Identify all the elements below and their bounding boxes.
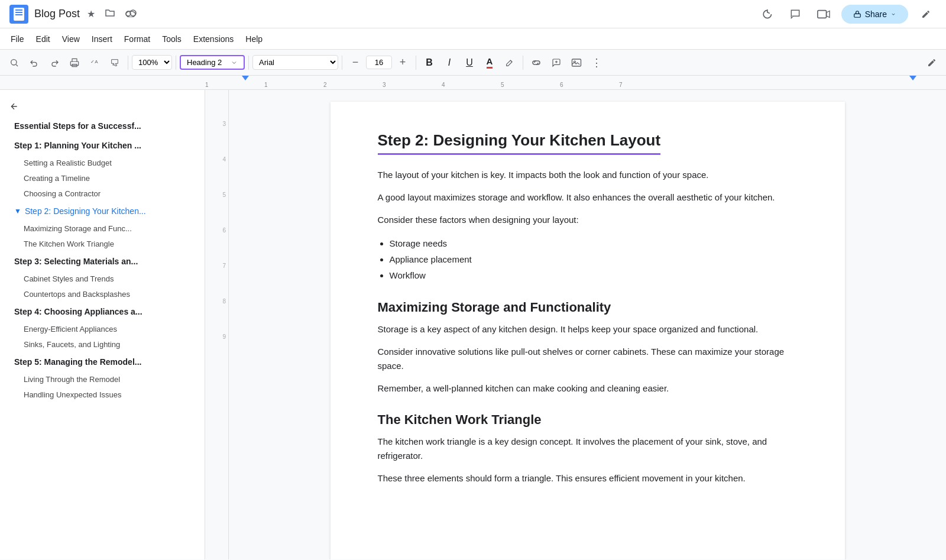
paint-format-icon[interactable] [105,53,124,72]
toolbar-separator-2 [176,56,176,70]
menu-tools[interactable]: Tools [156,32,187,46]
insert-image-icon[interactable] [567,53,586,72]
line-num-8: 8 [222,297,228,332]
menu-format[interactable]: Format [118,32,156,46]
sidebar-item-sinks[interactable]: Sinks, Faucets, and Lighting [5,337,200,352]
ruler-mark: 3 [383,82,386,88]
document-area[interactable]: Step 2: Designing Your Kitchen Layout Th… [229,90,946,559]
star-icon[interactable]: ★ [85,6,98,22]
link-icon[interactable] [527,53,546,72]
sidebar-item-storage[interactable]: Maximizing Storage and Func... [5,221,200,236]
doc-bullet-list: Storage needs Appliance placement Workfl… [390,235,798,283]
toc-sidebar: Essential Steps for a Successf... Step 1… [0,90,205,559]
spellcheck-icon[interactable]: ✓A [85,53,104,72]
redo-icon[interactable] [45,53,64,72]
doc-para-8[interactable]: These three elements should form a trian… [378,471,798,485]
sidebar-item-budget[interactable]: Setting a Realistic Budget [5,156,200,170]
line-num-3: 3 [222,119,228,155]
doc-icon [9,5,28,24]
edit-pencil-icon[interactable] [922,53,941,72]
search-toolbar-icon[interactable] [5,53,24,72]
sidebar-item-appliances[interactable]: Energy-Efficient Appliances [5,322,200,336]
add-comment-icon[interactable] [547,53,566,72]
left-margin: 3 4 5 6 7 8 9 [205,90,229,559]
sidebar-item-step5[interactable]: Step 5: Managing the Remodel... [5,352,200,371]
sidebar-back-button[interactable] [0,97,205,116]
bullet-item-1[interactable]: Storage needs [390,235,798,251]
toolbar-separator-4 [342,56,342,70]
bold-button[interactable]: B [420,53,439,72]
underline-button[interactable]: U [460,53,479,72]
sidebar-item-contractor[interactable]: Choosing a Contractor [5,186,200,201]
menu-insert[interactable]: Insert [86,32,118,46]
ruler-mark: 1 [264,82,268,88]
bullet-item-3[interactable]: Workflow [390,267,798,283]
sidebar-item-living[interactable]: Living Through the Remodel [5,372,200,387]
menu-extensions[interactable]: Extensions [187,32,239,46]
share-button[interactable]: Share [841,5,908,24]
font-select[interactable]: Arial Times New Roman Georgia [252,55,338,70]
toolbar-separator-3 [248,56,249,70]
font-size-input[interactable]: 16 [366,56,392,69]
folder-icon[interactable] [102,6,118,22]
line-num-4: 4 [222,155,228,190]
title-icons: ★ [85,6,139,22]
italic-button[interactable]: I [440,53,459,72]
svg-rect-4 [854,14,860,17]
line-num-9: 9 [222,332,228,368]
document-heading-3[interactable]: The Kitchen Work Triangle [378,412,798,428]
line-num-6: 6 [222,226,228,261]
doc-para-7[interactable]: The kitchen work triangle is a key desig… [378,435,798,463]
toolbar-separator-6 [523,56,523,70]
sidebar-item-step1[interactable]: Step 1: Planning Your Kitchen ... [5,136,200,155]
sidebar-item-cabinets[interactable]: Cabinet Styles and Trends [5,271,200,286]
doc-para-6[interactable]: Remember, a well-planned kitchen can mak… [378,381,798,396]
svg-rect-7 [70,61,78,66]
edit-mode-icon[interactable] [915,4,937,25]
sidebar-item-step3[interactable]: Step 3: Selecting Materials an... [5,252,200,271]
ruler: 1 1 2 3 4 5 6 7 [0,76,946,90]
document-heading-1[interactable]: Step 2: Designing Your Kitchen Layout [378,131,661,155]
document-heading-2[interactable]: Maximizing Storage and Functionality [378,300,798,315]
comment-icon[interactable] [785,4,806,25]
history-icon[interactable] [756,4,777,25]
sidebar-item-triangle[interactable]: The Kitchen Work Triangle [5,237,200,251]
sidebar-item-unexpected[interactable]: Handling Unexpected Issues [5,387,200,402]
sidebar-item-step4[interactable]: Step 4: Choosing Appliances a... [5,302,200,321]
doc-para-5[interactable]: Consider innovative solutions like pull-… [378,345,798,373]
more-options-icon[interactable]: ⋮ [587,53,606,72]
share-label: Share [865,9,887,19]
increase-font-size-icon[interactable]: + [393,53,412,72]
menu-view[interactable]: View [56,32,86,46]
doc-para-4[interactable]: Storage is a key aspect of any kitchen d… [378,322,798,336]
text-color-button[interactable]: A [480,53,499,72]
menu-edit[interactable]: Edit [30,32,56,46]
menu-file[interactable]: File [5,32,30,46]
sidebar-item-essential[interactable]: Essential Steps for a Successf... [5,116,200,135]
menu-help[interactable]: Help [239,32,268,46]
line-num-5: 5 [222,190,228,226]
ruler-mark: 6 [560,82,563,88]
sidebar-item-timeline[interactable]: Creating a Timeline [5,171,200,186]
svg-rect-3 [818,10,827,18]
cloud-icon[interactable] [122,6,139,22]
style-dropdown[interactable]: Heading 2 [180,55,245,70]
svg-point-5 [11,59,17,64]
svg-text:✓A: ✓A [90,59,98,64]
zoom-select[interactable]: 100% 75% 125% 150% [132,55,172,70]
title-bar: Blog Post ★ Share [0,0,946,28]
doc-para-1[interactable]: The layout of your kitchen is key. It im… [378,168,798,182]
bullet-item-2[interactable]: Appliance placement [390,251,798,267]
doc-para-2[interactable]: A good layout maximizes storage and work… [378,190,798,205]
video-call-icon[interactable] [813,4,834,25]
sidebar-item-countertops[interactable]: Countertops and Backsplashes [5,287,200,302]
app-title: Blog Post [34,8,80,20]
style-dropdown-label: Heading 2 [187,58,222,67]
decrease-font-size-icon[interactable]: − [346,53,365,72]
sidebar-item-step2[interactable]: ▼ Step 2: Designing Your Kitchen... [5,202,200,221]
doc-para-3[interactable]: Consider these factors when designing yo… [378,213,798,227]
document-page: Step 2: Designing Your Kitchen Layout Th… [331,102,845,559]
print-icon[interactable] [65,53,84,72]
undo-icon[interactable] [25,53,44,72]
highlight-icon[interactable] [500,53,519,72]
